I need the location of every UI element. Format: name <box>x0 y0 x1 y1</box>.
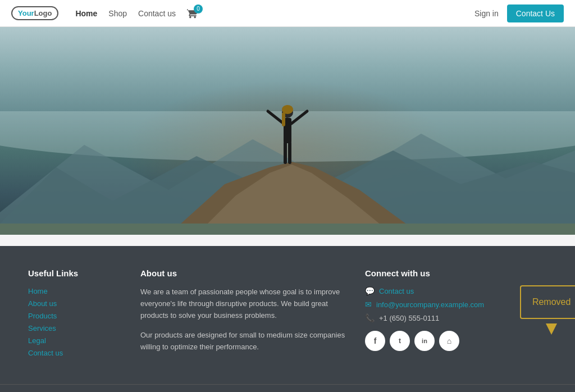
svg-rect-9 <box>288 142 291 164</box>
gap <box>0 235 575 246</box>
removed-arrow <box>546 323 557 335</box>
social-icons: f t in ⌂ <box>365 331 484 351</box>
about-text-2: Our products are designed for small to m… <box>140 330 354 353</box>
useful-links-title: Useful Links <box>28 268 129 278</box>
nav-contact[interactable]: Contact us <box>138 9 176 18</box>
phone-icon: 📞 <box>365 313 375 322</box>
footer-link-legal[interactable]: Legal <box>28 336 46 345</box>
email-icon: ✉ <box>365 300 372 309</box>
facebook-button[interactable]: f <box>365 331 385 351</box>
logo-text: YourLogo <box>11 6 58 20</box>
footer-link-about[interactable]: About us <box>28 299 57 308</box>
person-svg <box>265 101 310 174</box>
sign-in-link[interactable]: Sign in <box>474 9 499 18</box>
connect-item-phone: 📞 +1 (650) 555-0111 <box>365 313 484 322</box>
cart-icon[interactable]: 0 <box>187 8 198 19</box>
logo[interactable]: YourLogo <box>11 6 58 20</box>
nav-home[interactable]: Home <box>75 9 97 18</box>
linkedin-button[interactable]: in <box>414 331 435 351</box>
footer-link-services[interactable]: Services <box>28 324 56 332</box>
connect-item-contact: 💬 Contact us <box>365 286 484 295</box>
footer-link-home[interactable]: Home <box>28 287 48 295</box>
footer-about: About us We are a team of passionate peo… <box>140 268 354 362</box>
home-button[interactable]: ⌂ <box>439 331 459 351</box>
connect-item-email: ✉ info@yourcompany.example.com <box>365 300 484 309</box>
svg-rect-13 <box>282 112 285 126</box>
footer-link-products[interactable]: Products <box>28 312 57 320</box>
connect-list: 💬 Contact us ✉ info@yourcompany.example.… <box>365 286 484 322</box>
contact-us-button[interactable]: Contact Us <box>507 4 564 22</box>
navbar: YourLogo Home Shop Contact us 0 Sign in … <box>0 0 575 27</box>
footer-connect: Connect with us 💬 Contact us ✉ info@your… <box>365 268 484 362</box>
footer-link-contact[interactable]: Contact us <box>28 349 63 357</box>
connect-title: Connect with us <box>365 268 484 278</box>
hero-section <box>0 27 575 235</box>
about-title: About us <box>140 268 354 278</box>
connect-contact-link[interactable]: Contact us <box>379 287 414 295</box>
footer: Useful Links Home About us Products Serv… <box>0 246 575 384</box>
nav-links: Home Shop Contact us 0 <box>75 8 474 19</box>
twitter-button[interactable]: t <box>390 331 410 351</box>
connect-phone-text: +1 (650) 555-0111 <box>379 314 439 322</box>
footer-useful-links: Useful Links Home About us Products Serv… <box>28 268 129 362</box>
connect-email-link[interactable]: info@yourcompany.example.com <box>376 300 484 309</box>
footer-bottom: Copyright © Company name Powered by odoo… <box>0 384 575 392</box>
svg-rect-5 <box>0 224 575 235</box>
footer-top: Useful Links Home About us Products Serv… <box>28 268 547 384</box>
removed-box: Removed <box>520 285 575 319</box>
svg-line-11 <box>291 111 307 124</box>
nav-shop[interactable]: Shop <box>108 9 127 18</box>
chat-icon: 💬 <box>365 286 375 295</box>
removed-label: Removed <box>532 297 571 307</box>
about-text-1: We are a team of passionate people whose… <box>140 286 354 321</box>
footer-link-list: Home About us Products Services Legal Co… <box>28 286 129 357</box>
svg-line-10 <box>268 111 284 124</box>
cart-badge: 0 <box>194 4 203 13</box>
svg-rect-8 <box>284 142 287 164</box>
removed-section: Removed <box>495 268 575 362</box>
nav-right: Sign in Contact Us <box>474 4 564 22</box>
